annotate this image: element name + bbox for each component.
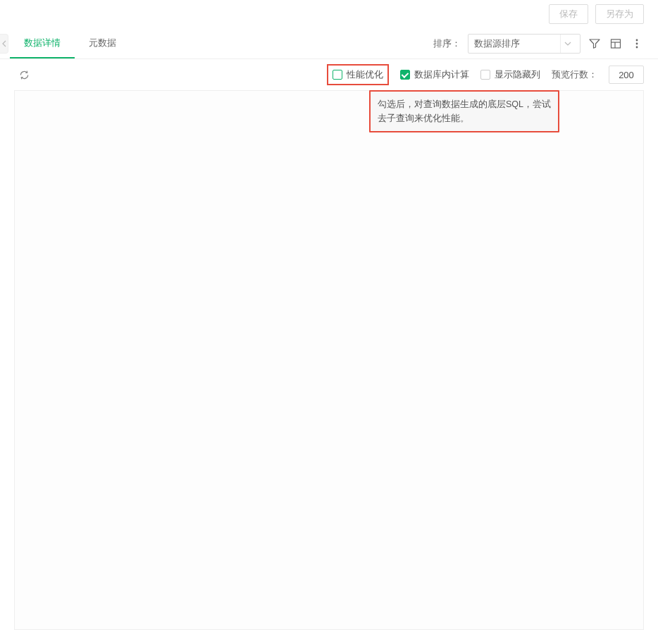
checkbox-box — [400, 70, 410, 80]
show-hidden-checkbox[interactable]: 显示隐藏列 — [480, 68, 540, 81]
tab-metadata[interactable]: 元数据 — [75, 28, 130, 58]
save-as-button[interactable]: 另存为 — [595, 4, 644, 24]
svg-point-3 — [636, 39, 638, 41]
preview-rows-input[interactable] — [609, 66, 644, 84]
sort-select[interactable]: 数据源排序 — [468, 34, 581, 54]
chevron-down-icon — [560, 35, 574, 53]
collapse-handle[interactable] — [0, 34, 8, 54]
top-toolbar: 保存 另存为 — [0, 0, 658, 28]
db-compute-label: 数据库内计算 — [414, 68, 469, 81]
svg-point-5 — [636, 46, 638, 48]
show-hidden-label: 显示隐藏列 — [495, 68, 540, 81]
checkbox-box — [480, 70, 490, 80]
tabs: 数据详情 元数据 — [10, 28, 130, 58]
data-preview-area — [14, 90, 644, 630]
refresh-icon — [19, 70, 30, 80]
save-button[interactable]: 保存 — [549, 4, 588, 24]
svg-point-4 — [636, 42, 638, 44]
sort-select-value: 数据源排序 — [474, 37, 560, 50]
checkbox-box — [333, 70, 342, 80]
refresh-button[interactable] — [17, 68, 31, 82]
perf-optimization-tooltip: 勾选后，对查询数据生成的底层SQL，尝试去子查询来优化性能。 — [369, 90, 559, 132]
layout-icon — [610, 38, 621, 49]
filter-button[interactable] — [588, 34, 602, 54]
perf-optimization-checkbox[interactable]: 性能优化 — [327, 64, 389, 85]
tab-right-controls: 排序： 数据源排序 — [433, 28, 644, 58]
chevron-left-icon — [2, 40, 6, 47]
db-compute-checkbox[interactable]: 数据库内计算 — [400, 68, 469, 81]
filter-icon — [589, 38, 600, 49]
perf-optimization-label: 性能优化 — [347, 68, 383, 81]
more-button[interactable] — [630, 34, 644, 54]
tab-data-detail[interactable]: 数据详情 — [10, 28, 75, 58]
preview-rows-label: 预览行数： — [552, 68, 597, 81]
tab-bar: 数据详情 元数据 排序： 数据源排序 — [0, 28, 658, 59]
options-row: 性能优化 数据库内计算 显示隐藏列 预览行数： — [0, 59, 658, 90]
layout-button[interactable] — [609, 34, 623, 54]
sort-label: 排序： — [433, 37, 461, 50]
more-vertical-icon — [631, 38, 643, 49]
svg-rect-0 — [612, 39, 621, 48]
